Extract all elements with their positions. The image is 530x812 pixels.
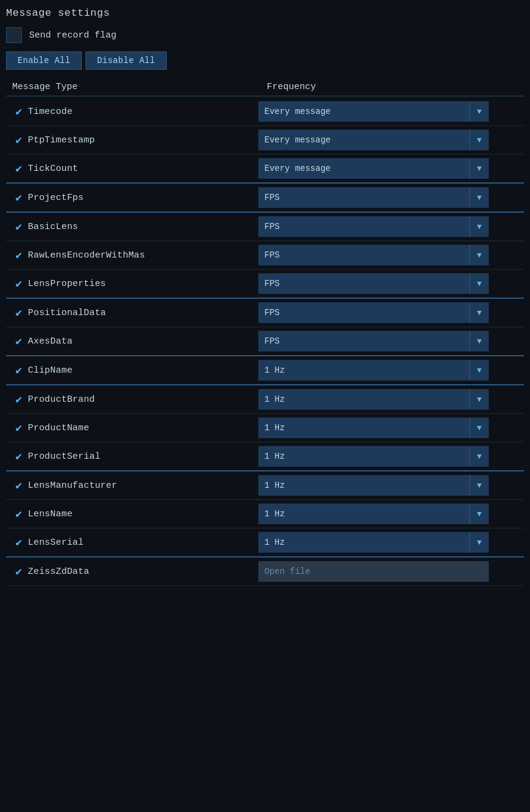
chevron-down-icon[interactable]: ▼ bbox=[469, 446, 489, 467]
chevron-down-icon[interactable]: ▼ bbox=[469, 130, 489, 150]
chevron-down-icon[interactable]: ▼ bbox=[469, 475, 489, 496]
row-checkbox-lensmanufacturer[interactable]: ✔ bbox=[10, 479, 28, 492]
table-row: ✔LensSerial1 Hz▼ bbox=[6, 528, 524, 557]
row-name-productserial: ProductSerial bbox=[28, 451, 258, 462]
enable-all-button[interactable]: Enable All bbox=[6, 52, 82, 70]
row-name-zeisszddata: ZeissZdData bbox=[28, 567, 258, 577]
row-name-lensname: LensName bbox=[28, 509, 258, 519]
checkmark-icon: ✔ bbox=[16, 133, 22, 147]
table-header: Message Type Frequency bbox=[6, 78, 524, 96]
chevron-down-icon[interactable]: ▼ bbox=[469, 331, 489, 351]
chevron-down-icon[interactable]: ▼ bbox=[469, 245, 489, 265]
send-record-label: Send record flag bbox=[29, 30, 116, 41]
row-checkbox-positionaldata[interactable]: ✔ bbox=[10, 306, 28, 319]
disable-all-button[interactable]: Disable All bbox=[86, 52, 167, 70]
freq-dropdown-axesdata[interactable]: FPS▼ bbox=[258, 331, 489, 351]
freq-value-productserial: 1 Hz bbox=[258, 451, 469, 461]
row-freq-lensmanufacturer: 1 Hz▼ bbox=[258, 475, 524, 496]
freq-value-positionaldata: FPS bbox=[258, 308, 469, 318]
table-row: ✔PtpTimestampEvery message▼ bbox=[6, 126, 524, 155]
row-checkbox-timecode[interactable]: ✔ bbox=[10, 105, 28, 118]
row-name-productname: ProductName bbox=[28, 423, 258, 433]
chevron-down-icon[interactable]: ▼ bbox=[469, 418, 489, 438]
freq-dropdown-productname[interactable]: 1 Hz▼ bbox=[258, 418, 489, 438]
freq-value-axesdata: FPS bbox=[258, 336, 469, 346]
row-freq-axesdata: FPS▼ bbox=[258, 331, 524, 351]
table-body: ✔TimecodeEvery message▼✔PtpTimestampEver… bbox=[6, 98, 524, 586]
freq-value-productbrand: 1 Hz bbox=[258, 394, 469, 404]
send-record-checkbox[interactable] bbox=[6, 27, 22, 43]
row-checkbox-projectfps[interactable]: ✔ bbox=[10, 191, 28, 204]
row-checkbox-lensproperties[interactable]: ✔ bbox=[10, 277, 28, 290]
row-checkbox-lensname[interactable]: ✔ bbox=[10, 507, 28, 521]
chevron-down-icon[interactable]: ▼ bbox=[469, 360, 489, 381]
checkmark-icon: ✔ bbox=[16, 277, 22, 290]
row-freq-lensserial: 1 Hz▼ bbox=[258, 532, 524, 553]
row-freq-ptptimestamp: Every message▼ bbox=[258, 130, 524, 150]
chevron-down-icon[interactable]: ▼ bbox=[469, 273, 489, 294]
open-file-zeisszddata[interactable]: Open file bbox=[258, 561, 489, 582]
action-buttons: Enable All Disable All bbox=[6, 52, 524, 70]
row-checkbox-clipname[interactable]: ✔ bbox=[10, 364, 28, 377]
row-name-timecode: Timecode bbox=[28, 107, 258, 117]
table-row: ✔RawLensEncoderWithMasFPS▼ bbox=[6, 241, 524, 270]
freq-dropdown-rawlensencoderwithmas[interactable]: FPS▼ bbox=[258, 245, 489, 265]
checkmark-icon: ✔ bbox=[16, 565, 22, 578]
open-file-label-zeisszddata: Open file bbox=[258, 567, 489, 576]
freq-value-lensname: 1 Hz bbox=[258, 509, 469, 519]
row-checkbox-zeisszddata[interactable]: ✔ bbox=[10, 565, 28, 578]
row-name-productbrand: ProductBrand bbox=[28, 394, 258, 405]
table-row: ✔LensManufacturer1 Hz▼ bbox=[6, 471, 524, 500]
chevron-down-icon[interactable]: ▼ bbox=[469, 532, 489, 553]
table-row: ✔ProductSerial1 Hz▼ bbox=[6, 442, 524, 471]
freq-dropdown-productbrand[interactable]: 1 Hz▼ bbox=[258, 389, 489, 410]
row-freq-projectfps: FPS▼ bbox=[258, 187, 524, 208]
checkmark-icon: ✔ bbox=[16, 450, 22, 463]
row-freq-positionaldata: FPS▼ bbox=[258, 302, 524, 323]
checkmark-icon: ✔ bbox=[16, 162, 22, 175]
row-checkbox-productserial[interactable]: ✔ bbox=[10, 450, 28, 463]
freq-dropdown-projectfps[interactable]: FPS▼ bbox=[258, 187, 489, 208]
freq-dropdown-lensname[interactable]: 1 Hz▼ bbox=[258, 504, 489, 524]
checkmark-icon: ✔ bbox=[16, 248, 22, 262]
row-checkbox-axesdata[interactable]: ✔ bbox=[10, 334, 28, 348]
row-checkbox-productbrand[interactable]: ✔ bbox=[10, 393, 28, 406]
chevron-down-icon[interactable]: ▼ bbox=[469, 158, 489, 179]
page-title: Message settings bbox=[6, 7, 524, 19]
chevron-down-icon[interactable]: ▼ bbox=[469, 101, 489, 122]
row-name-ptptimestamp: PtpTimestamp bbox=[28, 135, 258, 145]
row-checkbox-tickcount[interactable]: ✔ bbox=[10, 162, 28, 175]
chevron-down-icon[interactable]: ▼ bbox=[469, 216, 489, 237]
chevron-down-icon[interactable]: ▼ bbox=[469, 389, 489, 410]
checkmark-icon: ✔ bbox=[16, 536, 22, 549]
checkmark-icon: ✔ bbox=[16, 421, 22, 434]
row-checkbox-ptptimestamp[interactable]: ✔ bbox=[10, 133, 28, 147]
freq-dropdown-lensproperties[interactable]: FPS▼ bbox=[258, 273, 489, 294]
freq-value-lensproperties: FPS bbox=[258, 279, 469, 288]
row-checkbox-lensserial[interactable]: ✔ bbox=[10, 536, 28, 549]
chevron-down-icon[interactable]: ▼ bbox=[469, 302, 489, 323]
freq-dropdown-ptptimestamp[interactable]: Every message▼ bbox=[258, 130, 489, 150]
row-checkbox-productname[interactable]: ✔ bbox=[10, 421, 28, 434]
table-row: ✔AxesDataFPS▼ bbox=[6, 327, 524, 356]
row-name-projectfps: ProjectFps bbox=[28, 193, 258, 203]
freq-dropdown-lensmanufacturer[interactable]: 1 Hz▼ bbox=[258, 475, 489, 496]
freq-dropdown-clipname[interactable]: 1 Hz▼ bbox=[258, 360, 489, 381]
freq-dropdown-timecode[interactable]: Every message▼ bbox=[258, 101, 489, 122]
row-checkbox-rawlensencoderwithmas[interactable]: ✔ bbox=[10, 248, 28, 262]
freq-dropdown-basiclens[interactable]: FPS▼ bbox=[258, 216, 489, 237]
table-row: ✔LensName1 Hz▼ bbox=[6, 500, 524, 528]
freq-value-projectfps: FPS bbox=[258, 193, 469, 202]
freq-dropdown-tickcount[interactable]: Every message▼ bbox=[258, 158, 489, 179]
freq-dropdown-productserial[interactable]: 1 Hz▼ bbox=[258, 446, 489, 467]
chevron-down-icon[interactable]: ▼ bbox=[469, 504, 489, 524]
table-row: ✔ProductName1 Hz▼ bbox=[6, 414, 524, 442]
freq-dropdown-lensserial[interactable]: 1 Hz▼ bbox=[258, 532, 489, 553]
chevron-down-icon[interactable]: ▼ bbox=[469, 187, 489, 208]
freq-value-productname: 1 Hz bbox=[258, 423, 469, 433]
freq-dropdown-positionaldata[interactable]: FPS▼ bbox=[258, 302, 489, 323]
table-row: ✔TimecodeEvery message▼ bbox=[6, 98, 524, 126]
row-freq-lensproperties: FPS▼ bbox=[258, 273, 524, 294]
row-freq-zeisszddata: Open file bbox=[258, 561, 524, 582]
row-checkbox-basiclens[interactable]: ✔ bbox=[10, 220, 28, 233]
